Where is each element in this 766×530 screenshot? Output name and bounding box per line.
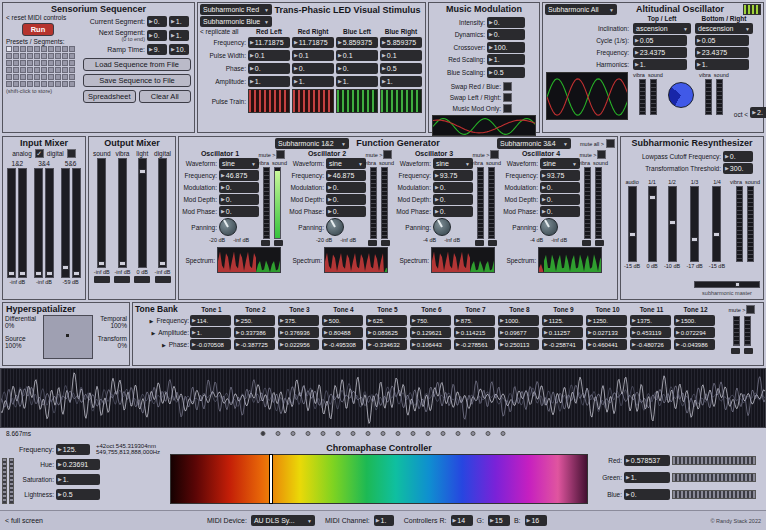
mute-checkbox[interactable] — [383, 150, 392, 159]
preset-cell[interactable] — [34, 53, 40, 59]
preset-cell[interactable] — [6, 46, 12, 52]
resynth-fader[interactable] — [690, 186, 699, 262]
input-fader[interactable] — [72, 168, 81, 278]
osc-mod-phase-box[interactable]: ▶0. — [326, 206, 366, 217]
run-button[interactable]: Run — [22, 23, 54, 36]
osc-mod-depth-box[interactable]: ▶0. — [326, 194, 366, 205]
preset-cell[interactable] — [13, 53, 19, 59]
tone-amp-box[interactable]: ▶1. — [190, 327, 231, 338]
preset-cell[interactable] — [62, 67, 68, 73]
preset-cell[interactable] — [13, 46, 19, 52]
fader-handle[interactable] — [46, 271, 53, 276]
preset-cell[interactable] — [27, 60, 33, 66]
fader-handle[interactable] — [35, 271, 42, 276]
fader-handle[interactable] — [98, 261, 105, 266]
output-fader[interactable] — [158, 158, 167, 268]
preset-grid[interactable] — [6, 46, 76, 87]
midi-device-menu[interactable]: AU DLS Sy...▼ — [251, 515, 315, 526]
music-mod-box[interactable]: ▶0.5 — [487, 67, 525, 78]
fader-handle[interactable] — [8, 271, 15, 276]
preset-cell[interactable] — [48, 67, 54, 73]
mute-checkbox[interactable] — [597, 150, 606, 159]
osc-frequency-box[interactable]: ▶46.875 — [219, 170, 259, 181]
led-value-box[interactable]: ▶1. — [248, 76, 290, 87]
osc-mod-depth-box[interactable]: ▶0. — [433, 194, 473, 205]
music-mod-box[interactable]: ▶1. — [487, 54, 525, 65]
page-dot[interactable] — [321, 431, 326, 436]
tone-mute-checkbox[interactable] — [746, 305, 755, 314]
rgb-value-box[interactable]: ▶0.578537 — [624, 455, 670, 466]
input-fader[interactable] — [45, 168, 54, 278]
tone-phase-box[interactable]: ▶0.106443 — [410, 339, 451, 350]
preset-cell[interactable] — [69, 67, 75, 73]
preset-cell[interactable] — [48, 53, 54, 59]
tone-phase-box[interactable]: ▶0.250113 — [498, 339, 539, 350]
preset-cell[interactable] — [13, 67, 19, 73]
music-mod-checkbox[interactable] — [503, 82, 512, 91]
preset-cell[interactable] — [27, 46, 33, 52]
fader-handle[interactable] — [19, 271, 26, 276]
fader-handle[interactable] — [713, 232, 720, 237]
subharmonic-menu[interactable]: Subharmonic Red▼ — [200, 4, 272, 15]
fullscreen-link[interactable]: < full screen — [5, 517, 43, 524]
mute-checkbox[interactable] — [276, 150, 285, 159]
tone-phase-box[interactable]: ▶-0.043986 — [674, 339, 715, 350]
preset-cell[interactable] — [62, 81, 68, 87]
preset-cell[interactable] — [55, 53, 61, 59]
preset-cell[interactable] — [62, 74, 68, 80]
preset-cell[interactable] — [20, 81, 26, 87]
preset-cell[interactable] — [41, 60, 47, 66]
preset-cell[interactable] — [27, 81, 33, 87]
led-value-box[interactable]: ▶0.1 — [380, 50, 422, 61]
led-value-box[interactable]: ▶1. — [292, 76, 334, 87]
resynth-fader[interactable] — [668, 186, 677, 262]
controller-g-box[interactable]: ▶15 — [488, 515, 510, 526]
subharmonic-menu[interactable]: Subharmonic Blue▼ — [200, 16, 272, 27]
tone-phase-box[interactable]: ▶-0.334632 — [366, 339, 407, 350]
chroma-frequency-box[interactable]: ▶125. — [56, 444, 90, 455]
preset-cell[interactable] — [69, 60, 75, 66]
preset-cell[interactable] — [69, 81, 75, 87]
tone-amp-box[interactable]: ▶0.09677 — [498, 327, 539, 338]
tone-amp-box[interactable]: ▶0.337386 — [234, 327, 275, 338]
resynth-fader[interactable] — [628, 186, 637, 262]
preset-cell[interactable] — [34, 46, 40, 52]
tone-freq-box[interactable]: ▶500. — [322, 315, 363, 326]
osc-modulation-box[interactable]: ▶0. — [433, 182, 473, 193]
tone-amp-box[interactable]: ▶0.114215 — [454, 327, 495, 338]
tone-amp-box[interactable]: ▶0.11257 — [542, 327, 583, 338]
xy-pad[interactable] — [43, 315, 92, 359]
resynth-fader[interactable] — [712, 186, 721, 262]
oct-box[interactable]: ▶2. — [750, 107, 766, 118]
rgb-value-box[interactable]: ▶1. — [624, 472, 670, 483]
tone-phase-box[interactable]: ▶-0.258741 — [542, 339, 583, 350]
preset-cell[interactable] — [34, 81, 40, 87]
alt-value-box[interactable]: ▶0.05 — [695, 35, 749, 46]
osc-mod-phase-box[interactable]: ▶0. — [540, 206, 580, 217]
segment-number-box[interactable]: ▶10. — [169, 44, 189, 55]
preset-cell[interactable] — [6, 74, 12, 80]
preset-cell[interactable] — [13, 60, 19, 66]
segment-number-box[interactable]: ▶0. — [147, 16, 167, 27]
resynth-box[interactable]: ▶300. — [723, 163, 753, 174]
fader-handle[interactable] — [669, 220, 676, 225]
fader-handle[interactable] — [119, 261, 126, 266]
input-fader[interactable] — [18, 168, 27, 278]
subharmonic-34-menu[interactable]: Subharmonic 3&4▼ — [497, 138, 571, 149]
sequencer-action-button[interactable]: Clear All — [139, 90, 192, 103]
tone-amp-box[interactable]: ▶0.129621 — [410, 327, 451, 338]
preset-cell[interactable] — [13, 81, 19, 87]
preset-cell[interactable] — [20, 74, 26, 80]
preset-cell[interactable] — [20, 60, 26, 66]
page-dot[interactable] — [291, 431, 296, 436]
fader-handle[interactable] — [159, 261, 166, 266]
tone-phase-box[interactable]: ▶-0.278561 — [454, 339, 495, 350]
tone-freq-box[interactable]: ▶875. — [454, 315, 495, 326]
led-value-box[interactable]: ▶0.1 — [336, 50, 378, 61]
osc-modulation-box[interactable]: ▶0. — [219, 182, 259, 193]
page-dot[interactable] — [306, 431, 311, 436]
page-dot[interactable] — [501, 431, 506, 436]
resynth-fader[interactable] — [648, 186, 657, 262]
mute-checkbox[interactable] — [490, 150, 499, 159]
tone-freq-box[interactable]: ▶114. — [190, 315, 231, 326]
